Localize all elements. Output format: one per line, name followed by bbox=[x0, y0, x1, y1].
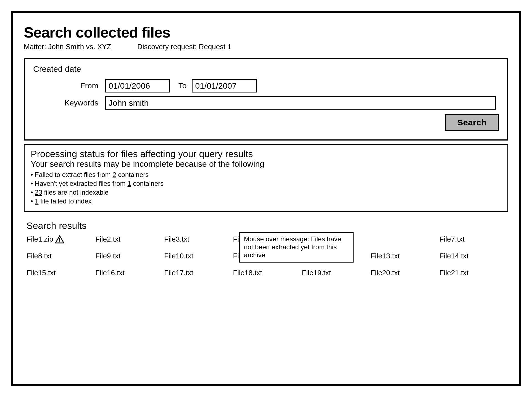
to-date-input[interactable] bbox=[192, 79, 257, 92]
file-item[interactable]: File9.txt bbox=[95, 252, 161, 260]
file-name: File9.txt bbox=[95, 252, 120, 260]
file-item[interactable]: File1.zip bbox=[27, 235, 93, 244]
file-tooltip: Mouse over message: Files have not been … bbox=[239, 232, 354, 263]
file-item[interactable]: File13.txt bbox=[371, 252, 437, 260]
file-item[interactable]: File7.txt bbox=[439, 235, 505, 244]
search-button[interactable]: Search bbox=[445, 114, 499, 131]
matter-value: John Smith vs. XYZ bbox=[48, 43, 111, 51]
file-name: File8.txt bbox=[27, 252, 52, 260]
file-name: File10.txt bbox=[164, 252, 193, 260]
status-item: Haven't yet extracted files from 1 conta… bbox=[31, 180, 501, 187]
from-date-input[interactable] bbox=[105, 79, 170, 92]
file-name: File18.txt bbox=[233, 269, 262, 277]
processing-status-panel: Processing status for files affecting yo… bbox=[24, 144, 508, 212]
file-name: File17.txt bbox=[164, 269, 193, 277]
context-line: Matter: John Smith vs. XYZ Discovery req… bbox=[24, 43, 508, 51]
page-title: Search collected files bbox=[24, 24, 508, 41]
file-name: File2.txt bbox=[95, 235, 120, 244]
status-item: 23 files are not indexable bbox=[31, 189, 501, 196]
file-item[interactable]: File18.txt bbox=[233, 269, 299, 277]
file-item[interactable]: File15.txt bbox=[27, 269, 93, 277]
discovery-label: Discovery request: bbox=[137, 43, 197, 51]
file-item[interactable]: File8.txt bbox=[27, 252, 93, 260]
from-label: From bbox=[33, 81, 105, 90]
file-name: File19.txt bbox=[302, 269, 331, 277]
file-name: File16.txt bbox=[95, 269, 125, 277]
status-link[interactable]: 2 bbox=[113, 171, 116, 178]
file-name: File21.txt bbox=[439, 269, 469, 277]
file-name: File20.txt bbox=[371, 269, 400, 277]
file-item[interactable]: File21.txt bbox=[439, 269, 505, 277]
keywords-input[interactable] bbox=[105, 96, 496, 110]
file-name: File14.txt bbox=[439, 252, 469, 260]
file-item[interactable]: File16.txt bbox=[95, 269, 161, 277]
status-heading: Processing status for files affecting yo… bbox=[31, 149, 501, 159]
status-subheading: Your search results may be incomplete be… bbox=[31, 159, 501, 169]
status-link[interactable]: 1 bbox=[127, 180, 131, 187]
date-range-row: From To bbox=[33, 79, 499, 92]
file-item[interactable]: File14.txt bbox=[439, 252, 505, 260]
search-results-heading: Search results bbox=[27, 220, 508, 231]
keywords-label: Keywords bbox=[33, 99, 105, 107]
file-item bbox=[371, 235, 437, 244]
file-name: File7.txt bbox=[439, 235, 465, 244]
file-name: File1.zip bbox=[27, 235, 53, 244]
file-item[interactable]: File19.txt bbox=[302, 269, 368, 277]
discovery-value: Request 1 bbox=[199, 43, 231, 51]
status-list: Failed to extract files from 2 container… bbox=[31, 171, 501, 205]
file-item[interactable]: File17.txt bbox=[164, 269, 230, 277]
file-item[interactable]: File20.txt bbox=[371, 269, 437, 277]
file-item[interactable]: File10.txt bbox=[164, 252, 230, 260]
results-area: Mouse over message: Files have not been … bbox=[24, 235, 508, 277]
file-name: File3.txt bbox=[164, 235, 189, 244]
matter-label: Matter: bbox=[24, 43, 46, 51]
to-label: To bbox=[178, 81, 187, 90]
status-item: 1 file failed to index bbox=[31, 197, 501, 205]
status-link[interactable]: 23 bbox=[35, 189, 42, 196]
keywords-row: Keywords bbox=[33, 96, 499, 110]
created-date-label: Created date bbox=[33, 64, 499, 74]
file-item[interactable]: File3.txt bbox=[164, 235, 230, 244]
file-name: File15.txt bbox=[27, 269, 56, 277]
status-link[interactable]: 1 bbox=[35, 197, 38, 205]
warning-icon bbox=[55, 235, 64, 244]
status-item: Failed to extract files from 2 container… bbox=[31, 171, 501, 179]
file-name: File13.txt bbox=[371, 252, 400, 260]
svg-point-2 bbox=[59, 241, 60, 242]
search-form-panel: Created date From To Keywords Search bbox=[24, 58, 508, 141]
file-item[interactable]: File2.txt bbox=[95, 235, 161, 244]
main-window: Search collected files Matter: John Smit… bbox=[11, 11, 521, 386]
